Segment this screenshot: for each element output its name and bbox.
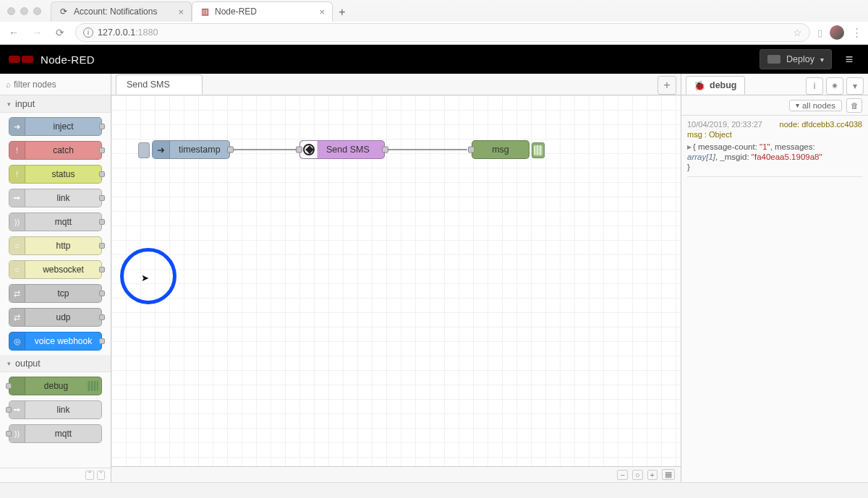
palette-node-label: tcp bbox=[25, 289, 101, 299]
debug-clear-button[interactable]: 🗑 bbox=[846, 98, 862, 113]
category-label: output bbox=[15, 359, 41, 369]
deploy-label: Deploy bbox=[786, 54, 814, 64]
extension-icon[interactable]: ▯ bbox=[817, 27, 822, 38]
workspace-footer: − ○ + ▦ bbox=[111, 466, 681, 482]
palette-list-output: debug⮕link))mqtt bbox=[0, 372, 111, 447]
site-info-icon[interactable]: i bbox=[83, 27, 93, 38]
debug-filter-button[interactable]: ▾ all nodes bbox=[789, 100, 842, 111]
palette-node-port bbox=[6, 407, 12, 413]
inject-trigger-button[interactable] bbox=[138, 142, 150, 158]
palette-node-voice-webhook[interactable]: ◎voice webhook bbox=[9, 332, 102, 351]
new-tab-button[interactable]: + bbox=[333, 3, 352, 22]
palette-filter[interactable]: ⌕ bbox=[0, 74, 111, 95]
address-bar[interactable]: i 127.0.0.1:1880 ☆ bbox=[75, 23, 810, 42]
deploy-button[interactable]: Deploy ▾ bbox=[760, 49, 832, 69]
debug-msg-object[interactable]: ▸{ message-count: "1", messages: array[1… bbox=[687, 142, 862, 177]
node-inject[interactable]: ➜ timestamp bbox=[152, 140, 230, 159]
palette-node-port bbox=[99, 243, 105, 249]
node-debug[interactable]: msg bbox=[472, 140, 529, 159]
browser-toolbar: ← → ⟳ i 127.0.0.1:1880 ☆ ▯ ⋮ bbox=[0, 22, 868, 44]
chevron-down-icon[interactable]: ▾ bbox=[820, 56, 824, 64]
palette-node-link[interactable]: ⮕link bbox=[9, 400, 102, 419]
palette-node-port bbox=[99, 267, 105, 272]
browser-tab-nodered[interactable]: ▥ Node-RED × bbox=[192, 1, 333, 22]
expand-icon[interactable]: ▸ bbox=[687, 142, 692, 151]
palette-node-link[interactable]: ⮕link bbox=[9, 189, 102, 207]
add-flow-button[interactable]: + bbox=[658, 76, 676, 95]
sidebar-more-button[interactable]: ▾ bbox=[846, 77, 864, 95]
palette-node-status[interactable]: !status bbox=[9, 165, 102, 184]
palette-node-http[interactable]: ○http bbox=[9, 236, 102, 255]
tab-title: Account: Notifications bbox=[74, 7, 157, 17]
window-controls[interactable] bbox=[7, 7, 41, 15]
palette-node-tcp[interactable]: ⇄tcp bbox=[9, 284, 102, 303]
palette-node-mqtt[interactable]: ))mqtt bbox=[9, 424, 102, 443]
node-port[interactable] bbox=[227, 147, 234, 153]
window-minimize-icon[interactable] bbox=[20, 7, 28, 15]
forward-button[interactable]: → bbox=[29, 25, 45, 40]
node-type-icon: ⇄ bbox=[9, 309, 25, 326]
browser-menu-icon[interactable]: ⋮ bbox=[851, 26, 862, 39]
browser-tab-strip: ⟳ Account: Notifications × ▥ Node-RED × … bbox=[0, 0, 868, 22]
palette-filter-input[interactable] bbox=[14, 80, 105, 90]
palette-node-inject[interactable]: ➜inject bbox=[9, 117, 102, 136]
chevron-down-icon: ▾ bbox=[7, 100, 11, 108]
node-type-icon: ! bbox=[9, 142, 25, 159]
sidebar-tab-debug[interactable]: 🐞 debug bbox=[686, 76, 745, 95]
node-sendsms[interactable]: Send SMS bbox=[299, 140, 385, 159]
palette-node-label: mqtt bbox=[25, 429, 101, 439]
profile-avatar[interactable] bbox=[830, 25, 844, 40]
search-icon: ⌕ bbox=[6, 80, 11, 90]
debug-node-link[interactable]: node: dfdcebb3.cc4038 bbox=[780, 120, 862, 129]
wire bbox=[230, 149, 299, 150]
window-close-icon[interactable] bbox=[7, 7, 15, 15]
palette-category-output[interactable]: ▾ output bbox=[0, 355, 111, 372]
zoom-reset-button[interactable]: ○ bbox=[632, 470, 643, 480]
node-type-icon: ➜ bbox=[9, 118, 25, 135]
funnel-icon: ▾ bbox=[796, 101, 799, 109]
navigator-button[interactable]: ▦ bbox=[662, 469, 675, 480]
debug-msg-path: msg : Object bbox=[687, 130, 862, 139]
zoom-in-button[interactable]: + bbox=[647, 470, 658, 480]
debug-toggle-button[interactable] bbox=[532, 142, 545, 158]
node-label: msg bbox=[472, 145, 529, 155]
palette-node-port bbox=[99, 219, 105, 225]
sidebar-tab-strip: 🐞 debug i ✷ ▾ bbox=[681, 74, 868, 95]
node-port[interactable] bbox=[296, 147, 302, 153]
main-menu-button[interactable]: ≡ bbox=[839, 49, 859, 69]
debug-msg-meta: 10/04/2019, 20:33:27 node: dfdcebb3.cc40… bbox=[687, 120, 862, 129]
debug-timestamp: 10/04/2019, 20:33:27 bbox=[687, 120, 762, 129]
node-port[interactable] bbox=[468, 147, 475, 153]
flow-canvas[interactable]: ➜ timestamp Send SMS msg ➤ bbox=[111, 95, 681, 466]
debug-bars-icon bbox=[87, 381, 98, 391]
close-icon[interactable]: × bbox=[319, 7, 325, 17]
palette-category-input[interactable]: ▾ input bbox=[0, 95, 111, 113]
palette-node-debug[interactable]: debug bbox=[9, 377, 102, 395]
url-host: 127.0.0.1 bbox=[98, 27, 135, 38]
reload-button[interactable]: ⟳ bbox=[52, 25, 68, 40]
browser-tab-notifications[interactable]: ⟳ Account: Notifications × bbox=[51, 1, 192, 22]
sidebar-info-button[interactable]: i bbox=[806, 77, 823, 95]
palette-node-websocket[interactable]: ○websocket bbox=[9, 260, 102, 279]
window-zoom-icon[interactable] bbox=[33, 7, 41, 15]
zoom-out-button[interactable]: − bbox=[617, 470, 627, 480]
palette-node-mqtt[interactable]: ))mqtt bbox=[9, 212, 102, 231]
palette-collapse-down-button[interactable]: ˇ bbox=[97, 471, 105, 480]
palette-node-catch[interactable]: !catch bbox=[9, 141, 102, 160]
debug-messages: 10/04/2019, 20:33:27 node: dfdcebb3.cc40… bbox=[681, 116, 868, 482]
palette-node-udp[interactable]: ⇄udp bbox=[9, 308, 102, 327]
flow-tab-sendsms[interactable]: Send SMS bbox=[116, 74, 203, 95]
back-button[interactable]: ← bbox=[6, 25, 22, 40]
palette-node-port bbox=[99, 195, 105, 201]
node-type-icon: ⮕ bbox=[9, 189, 25, 207]
close-icon[interactable]: × bbox=[178, 7, 184, 17]
sidebar: 🐞 debug i ✷ ▾ ▾ all nodes 🗑 10/04/2019, … bbox=[681, 74, 868, 482]
bug-icon: 🐞 bbox=[694, 80, 705, 91]
node-port[interactable] bbox=[382, 147, 388, 153]
cursor-highlight-ring bbox=[120, 248, 176, 304]
node-type-icon bbox=[9, 377, 25, 395]
palette-node-label: voice webhook bbox=[25, 337, 101, 346]
bookmark-icon[interactable]: ☆ bbox=[793, 27, 802, 38]
sidebar-debug-button[interactable]: ✷ bbox=[826, 77, 843, 95]
palette-collapse-up-button[interactable]: ˆ bbox=[85, 471, 93, 480]
